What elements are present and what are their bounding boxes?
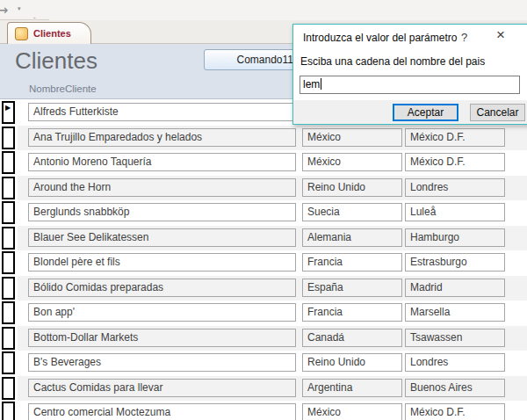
chevron-down-icon: ˬ [33, 11, 36, 18]
pais-field[interactable]: España [302, 279, 402, 297]
pais-field[interactable]: México [302, 153, 402, 171]
dialog-footer: Aceptar Cancelar [293, 100, 527, 124]
record-selector[interactable] [2, 127, 15, 149]
nombrecliente-field[interactable]: Antonio Moreno Taquería [28, 153, 296, 171]
table-row: Bon app' Francia Marsella [0, 301, 527, 327]
nombrecliente-field[interactable]: Blondel père et fils [28, 253, 296, 272]
comando11-button[interactable]: Comando11 [204, 49, 302, 70]
pais-field[interactable]: Reino Unido [302, 178, 402, 197]
access-window: ↪ ▾ ˬ Clientes Clientes Comando11 Nombre… [0, 0, 527, 420]
close-icon[interactable]: × [496, 26, 505, 44]
ciudad-field[interactable]: Luleå [405, 203, 505, 221]
ciudad-field[interactable]: Estrasburgo [405, 253, 505, 272]
pais-field[interactable]: Alemania [302, 228, 402, 247]
redo-icon[interactable]: ↪ [0, 2, 8, 18]
record-selector[interactable] [2, 277, 15, 300]
table-row: Centro comercial Moctezuma México México… [0, 402, 527, 420]
nombrecliente-field[interactable]: Bólido Comidas preparadas [28, 279, 296, 297]
aceptar-button[interactable]: Aceptar [393, 104, 458, 121]
parameter-input-value: lem [303, 78, 320, 91]
pais-field[interactable]: Francia [302, 303, 402, 322]
parameter-input[interactable]: lem [300, 76, 520, 94]
table-row: Blondel père et fils Francia Estrasburgo [0, 251, 527, 277]
tab-clientes[interactable]: Clientes [7, 22, 91, 44]
table-row: Ana Trujillo Emparedados y helados Méxic… [0, 127, 527, 152]
ciudad-field[interactable]: México D.F. [405, 153, 505, 171]
nombrecliente-field[interactable]: Around the Horn [28, 178, 296, 197]
column-header-nombrecliente: NombreCliente [29, 83, 97, 94]
ciudad-field[interactable]: Londres [405, 353, 505, 372]
redo-dropdown-icon[interactable]: ▾ [18, 5, 21, 12]
customize-toolbar-icon[interactable]: ˬ [33, 4, 42, 15]
pais-field[interactable]: Suecia [302, 203, 402, 221]
table-row: Blauer See Delikatessen Alemania Hamburg… [0, 227, 527, 252]
ciudad-field[interactable]: Buenos Aires [405, 379, 505, 397]
record-selector[interactable] [2, 177, 15, 199]
record-selector[interactable] [2, 227, 15, 250]
form-icon [15, 27, 28, 40]
cancelar-button[interactable]: Cancelar [470, 104, 525, 121]
table-row: Bottom-Dollar Markets Canadá Tsawassen [0, 327, 527, 352]
tab-label: Clientes [33, 28, 71, 39]
nombrecliente-field[interactable]: Bottom-Dollar Markets [28, 329, 296, 347]
record-selector[interactable] [2, 251, 15, 274]
form-title: Clientes [15, 47, 97, 75]
table-row: B's Beverages Reino Unido Londres [0, 351, 527, 377]
pais-field[interactable]: México [302, 403, 402, 420]
nombrecliente-field[interactable]: Centro comercial Moctezuma [28, 403, 296, 420]
nombrecliente-field[interactable]: Blauer See Delikatessen [28, 228, 296, 247]
nombrecliente-field[interactable]: Ana Trujillo Emparedados y helados [28, 128, 296, 147]
ciudad-field[interactable]: Marsella [405, 303, 505, 322]
record-selector[interactable] [2, 377, 15, 400]
help-icon[interactable]: ? [461, 31, 467, 44]
table-row: Around the Horn Reino Unido Londres [0, 177, 527, 202]
ciudad-field[interactable]: México D.F. [405, 128, 505, 147]
records-list: ▶ Alfreds Futterkiste Ana Trujillo Empar… [0, 98, 527, 420]
pais-field[interactable]: Canadá [302, 329, 402, 347]
record-selector[interactable] [2, 151, 15, 174]
pais-field[interactable]: Francia [302, 253, 402, 272]
record-selector[interactable] [2, 402, 15, 420]
nombrecliente-field[interactable]: Bon app' [28, 303, 296, 322]
table-row: Bólido Comidas preparadas España Madrid [0, 277, 527, 302]
pais-field[interactable]: Argentina [302, 379, 402, 397]
parameter-dialog: Introduzca el valor del parámetro ? × Es… [292, 24, 527, 125]
text-caret [321, 78, 321, 90]
ciudad-field[interactable]: Tsawassen [405, 329, 505, 347]
record-selector[interactable] [2, 351, 15, 374]
ciudad-field[interactable]: Madrid [405, 279, 505, 297]
record-selector[interactable]: ▶ [2, 101, 15, 124]
record-selector[interactable] [2, 327, 15, 350]
pais-field[interactable]: México [302, 128, 402, 147]
record-selector[interactable] [2, 201, 15, 224]
ciudad-field[interactable]: México D.F. [405, 403, 505, 420]
ciudad-field[interactable]: Londres [405, 178, 505, 197]
pais-field[interactable]: Reino Unido [302, 353, 402, 372]
table-row: Antonio Moreno Taquería México México D.… [0, 151, 527, 177]
dialog-title: Introduzca el valor del parámetro [303, 32, 457, 44]
record-selector[interactable] [2, 301, 15, 324]
nombrecliente-field[interactable]: Alfreds Futterkiste [28, 103, 296, 121]
quick-access-toolbar: ↪ ▾ ˬ [0, 0, 527, 20]
nombrecliente-field[interactable]: B's Beverages [28, 353, 296, 372]
nombrecliente-field[interactable]: Cactus Comidas para llevar [28, 379, 296, 397]
dialog-prompt: Esciba una cadena del nombre del pais [300, 55, 485, 68]
ciudad-field[interactable]: Hamburgo [405, 228, 505, 247]
nombrecliente-field[interactable]: Berglunds snabbköp [28, 203, 296, 221]
table-row: Berglunds snabbköp Suecia Luleå [0, 201, 527, 227]
table-row: Cactus Comidas para llevar Argentina Bue… [0, 377, 527, 402]
